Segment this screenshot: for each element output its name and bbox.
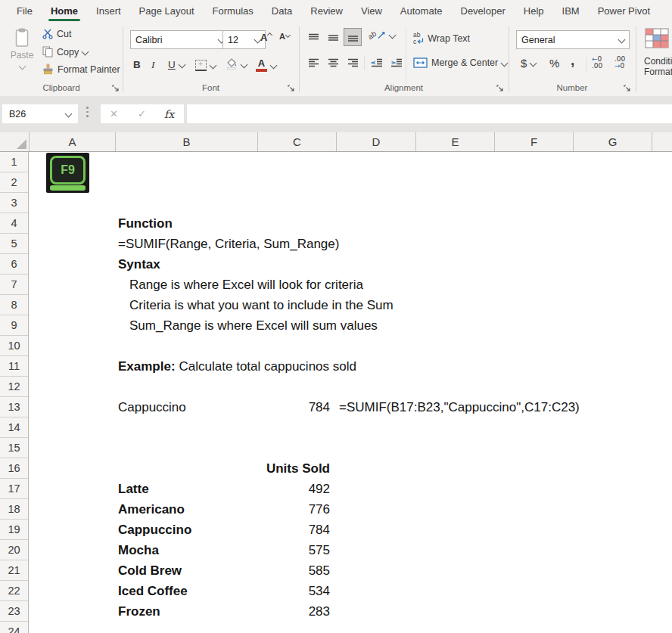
- example-label: Example:: [118, 359, 176, 374]
- f9-key-base: [50, 185, 86, 191]
- cell-B11[interactable]: Example:Calculate total cappucinos sold: [118, 356, 356, 377]
- cell-B19[interactable]: Cappuccino: [118, 520, 191, 540]
- cell-B21[interactable]: Cold Brew: [118, 560, 182, 581]
- cell-B6[interactable]: Syntax: [118, 254, 160, 275]
- cell-B20[interactable]: Mocha: [118, 540, 159, 560]
- cell-C20[interactable]: 575: [257, 540, 330, 560]
- excel-window: FileHomeInsertPage LayoutFormulasDataRev…: [0, 0, 672, 633]
- cell-B7[interactable]: Range is where Excel will look for crite…: [129, 275, 363, 295]
- cell-B13[interactable]: Cappuccino: [118, 397, 186, 417]
- cells-layer: F9 Function =SUMIF(Range, Criteria, Sum_…: [0, 0, 672, 633]
- cell-C17[interactable]: 492: [257, 479, 330, 499]
- cell-C18[interactable]: 776: [257, 499, 330, 520]
- cell-B18[interactable]: Americano: [118, 499, 185, 520]
- cell-B17[interactable]: Latte: [118, 479, 149, 499]
- cell-B22[interactable]: Iced Coffee: [118, 581, 188, 601]
- cell-B23[interactable]: Frozen: [118, 601, 160, 622]
- cell-C19[interactable]: 784: [257, 520, 330, 540]
- cell-C23[interactable]: 283: [257, 601, 330, 622]
- cell-C22[interactable]: 534: [257, 581, 330, 601]
- example-text: Calculate total cappucinos sold: [179, 359, 356, 374]
- cell-D13[interactable]: =SUMIF(B17:B23,"Cappuccino",C17:C23): [339, 397, 580, 417]
- cell-B4[interactable]: Function: [118, 213, 173, 234]
- cell-B5[interactable]: =SUMIF(Range, Criteria, Sum_Range): [118, 234, 339, 254]
- f9-key-face: F9: [50, 156, 86, 185]
- f9-key-image[interactable]: F9: [46, 153, 89, 193]
- cell-C21[interactable]: 585: [257, 560, 330, 581]
- cell-C13[interactable]: 784: [257, 397, 330, 417]
- cell-C16[interactable]: Units Sold: [257, 458, 330, 479]
- cell-B9[interactable]: Sum_Range is where Excel will sum values: [129, 315, 378, 336]
- cell-B8[interactable]: Criteria is what you want to include in …: [129, 295, 394, 315]
